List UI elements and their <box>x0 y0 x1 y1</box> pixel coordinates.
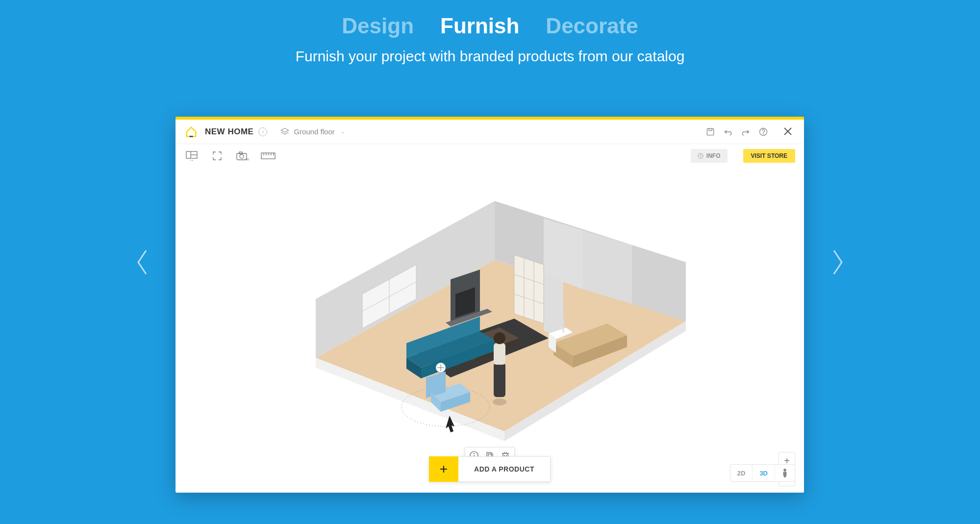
view-2d-button[interactable]: 2D <box>730 465 753 481</box>
visit-store-button[interactable]: VISIT STORE <box>743 149 795 163</box>
tab-design[interactable]: Design <box>342 14 414 38</box>
svg-rect-13 <box>239 152 242 154</box>
svg-marker-32 <box>544 274 563 338</box>
svg-rect-60 <box>494 343 505 365</box>
svg-point-61 <box>494 332 505 344</box>
viewport-3d[interactable]: + – 2D 3D + ADD A PRODUCT <box>176 168 804 493</box>
floorplan-illustration <box>269 196 710 451</box>
project-info-icon[interactable]: i <box>258 127 267 136</box>
app-title-bar: NEW HOME i Ground floor ⌄ <box>176 120 804 144</box>
hero-subtitle: Furnish your project with branded produc… <box>0 48 980 65</box>
ruler-icon <box>261 152 276 159</box>
svg-line-23 <box>701 156 702 156</box>
person-icon <box>782 469 788 477</box>
svg-point-5 <box>763 133 764 134</box>
svg-rect-3 <box>709 128 712 130</box>
svg-marker-1 <box>281 128 289 132</box>
project-title: NEW HOME <box>205 127 253 137</box>
svg-point-12 <box>240 154 244 158</box>
app-toolbar: 3D INFO VISIT STORE <box>176 144 804 168</box>
floor-label: Ground floor <box>294 127 334 136</box>
undo-icon <box>723 127 733 137</box>
svg-text:3D: 3D <box>246 158 250 161</box>
svg-rect-59 <box>494 363 505 397</box>
svg-point-81 <box>784 469 786 472</box>
floor-selector[interactable]: Ground floor ⌄ <box>280 127 345 137</box>
help-icon <box>758 127 768 137</box>
undo-button[interactable] <box>720 124 736 140</box>
layers-icon <box>280 127 290 137</box>
info-button[interactable]: INFO <box>691 149 728 163</box>
redo-button[interactable] <box>737 124 754 140</box>
fullscreen-tool[interactable] <box>210 150 225 162</box>
carousel-prev[interactable] <box>127 243 157 282</box>
chevron-right-icon <box>830 249 846 276</box>
chevron-left-icon <box>134 249 150 276</box>
view-firstperson-button[interactable] <box>775 465 795 481</box>
app-logo-icon <box>184 125 198 139</box>
layout-tool[interactable] <box>184 150 199 162</box>
camera-icon: 3D <box>236 151 250 161</box>
add-product-label: ADD A PRODUCT <box>458 456 551 482</box>
redo-icon <box>741 127 751 137</box>
save-icon <box>705 127 715 137</box>
app-window: NEW HOME i Ground floor ⌄ <box>176 117 804 493</box>
info-button-label: INFO <box>706 152 721 159</box>
svg-rect-15 <box>261 153 275 159</box>
view-mode-toggle: 2D 3D <box>730 464 795 482</box>
camera-3d-tool[interactable]: 3D <box>235 150 250 162</box>
tab-furnish[interactable]: Furnish <box>440 14 519 38</box>
chevron-down-icon: ⌄ <box>341 128 345 135</box>
save-button[interactable] <box>702 124 719 140</box>
layout-icon <box>186 151 198 161</box>
view-3d-button[interactable]: 3D <box>752 465 775 481</box>
close-button[interactable] <box>780 125 795 139</box>
plus-icon: + <box>429 456 458 482</box>
add-product-button[interactable]: + ADD A PRODUCT <box>429 456 551 482</box>
measure-tool[interactable] <box>261 150 276 162</box>
clock-icon <box>698 153 704 159</box>
tab-decorate[interactable]: Decorate <box>546 14 638 38</box>
svg-point-58 <box>493 399 506 405</box>
hero-tabs: Design Furnish Decorate <box>0 0 980 38</box>
svg-marker-36 <box>514 255 544 324</box>
help-button[interactable] <box>755 124 772 140</box>
close-icon <box>783 127 792 136</box>
carousel-next[interactable] <box>823 243 853 282</box>
svg-point-72 <box>474 453 475 454</box>
move-handle-icon[interactable] <box>436 363 446 373</box>
fullscreen-icon <box>212 151 222 161</box>
svg-rect-2 <box>707 128 713 135</box>
